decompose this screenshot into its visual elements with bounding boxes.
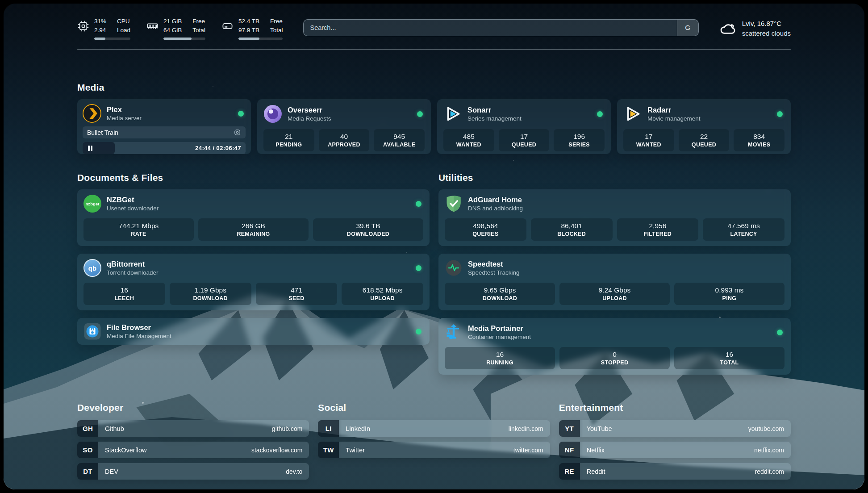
- stat-label: DOWNLOAD: [447, 295, 553, 301]
- radarr-card[interactable]: Radarr Movie management 17 WANTED 22 QUE…: [617, 99, 791, 154]
- plex-icon: [83, 104, 101, 123]
- memory-progress-track: [163, 38, 205, 40]
- link-name: DEV: [105, 468, 118, 475]
- stat-label: STOPPED: [561, 359, 668, 366]
- app-description: Movie management: [647, 115, 701, 123]
- stat-label: LEECH: [85, 295, 163, 301]
- link-name: LinkedIn: [346, 425, 370, 432]
- stat-value: 2,956: [619, 221, 697, 230]
- adguard-card[interactable]: AdGuard Home DNS and adblocking 498,564 …: [438, 189, 791, 246]
- cpu-load-value: 2.94: [94, 26, 106, 35]
- disk-icon: [221, 20, 234, 32]
- filebrowser-icon: [83, 322, 101, 340]
- app-description: DNS and adblocking: [468, 205, 523, 213]
- app-name: Plex: [107, 105, 142, 114]
- stat-label: SERIES: [555, 142, 603, 148]
- stat-value: 485: [445, 132, 492, 141]
- stat-download: 9.65 Gbps DOWNLOAD: [445, 283, 555, 305]
- stat-label: UPLOAD: [561, 295, 668, 301]
- stat-value: 16: [85, 286, 163, 295]
- pause-button[interactable]: [87, 145, 93, 152]
- link-reddit[interactable]: RE Reddit reddit.com: [559, 463, 791, 480]
- link-name: Github: [105, 425, 124, 432]
- netflix-icon: NF: [559, 442, 580, 458]
- section-media: Media Plex Media server: [77, 82, 791, 154]
- stat-value: 40: [321, 132, 368, 141]
- filebrowser-card[interactable]: File Browser Media File Management: [77, 318, 430, 345]
- link-twitter[interactable]: TW Twitter twitter.com: [318, 442, 550, 458]
- stat-latency: 47.569 ms LATENCY: [703, 218, 785, 241]
- weather-condition: scattered clouds: [742, 29, 791, 38]
- nzbget-card[interactable]: nzbget NZBGet Usenet downloader 744.21 M…: [77, 189, 430, 246]
- stat-value: 0: [561, 350, 668, 359]
- stat-approved: 40 APPROVED: [319, 129, 370, 151]
- disk-usage-widget: 52.4 TB 97.9 TB Free Total: [221, 17, 283, 40]
- link-url: reddit.com: [755, 468, 784, 475]
- memory-icon: [146, 20, 159, 32]
- section-title-social: Social: [318, 402, 550, 413]
- stat-value: 9.24 Gbps: [561, 286, 668, 295]
- link-url: dev.to: [286, 468, 302, 475]
- nzbget-icon: nzbget: [83, 195, 101, 213]
- stat-value: 945: [376, 132, 423, 141]
- link-github[interactable]: GH Github github.com: [77, 420, 309, 437]
- cpu-progress-fill: [94, 38, 105, 40]
- app-name: File Browser: [107, 323, 171, 332]
- stat-pending: 21 PENDING: [263, 129, 314, 151]
- stat-value: 86,401: [533, 221, 611, 230]
- stat-label: UPLOAD: [343, 295, 421, 301]
- disk-free-label: Free: [270, 17, 283, 26]
- plex-progress-bar: 24:44 / 02:06:47: [83, 142, 246, 154]
- link-dev[interactable]: DT DEV dev.to: [77, 463, 309, 480]
- stat-label: TOTAL: [676, 359, 783, 366]
- speedtest-icon: [445, 259, 463, 277]
- section-title-entertainment: Entertainment: [559, 402, 791, 413]
- plex-time-display: 24:44 / 02:06:47: [195, 145, 241, 151]
- disk-free-value: 52.4 TB: [238, 17, 259, 26]
- stat-value: 471: [258, 286, 336, 295]
- app-description: Media Requests: [288, 115, 331, 123]
- stat-upload: 618.52 Mbps UPLOAD: [342, 283, 423, 305]
- link-youtube[interactable]: YT YouTube youtube.com: [559, 420, 791, 437]
- qbittorrent-card[interactable]: qb qBittorrent Torrent downloader 16 LEE…: [77, 254, 430, 310]
- search-bar: G: [303, 19, 698, 36]
- stat-ping: 0.993 ms PING: [674, 283, 785, 305]
- stat-value: 744.21 Mbps: [85, 221, 192, 230]
- sonarr-card[interactable]: Sonarr Series management 485 WANTED 17 Q…: [437, 99, 611, 154]
- app-description: Media server: [107, 114, 142, 122]
- section-title-media: Media: [77, 82, 791, 93]
- stat-label: APPROVED: [321, 142, 368, 148]
- stat-downloaded: 39.6 TB DOWNLOADED: [313, 218, 423, 241]
- stat-label: WANTED: [625, 142, 672, 148]
- stat-label: REMAINING: [200, 231, 307, 237]
- section-title-utilities: Utilities: [438, 172, 791, 183]
- overseerr-icon: [263, 104, 282, 123]
- speedtest-card[interactable]: Speedtest Speedtest Tracking 9.65 Gbps D…: [438, 254, 791, 310]
- stat-label: PENDING: [265, 142, 313, 148]
- plex-card[interactable]: Plex Media server Bullet Train: [77, 99, 251, 154]
- status-dot: [416, 265, 421, 271]
- stat-value: 17: [501, 132, 548, 141]
- link-name: Twitter: [346, 447, 365, 454]
- stat-value: 22: [680, 132, 728, 141]
- stat-label: SEED: [258, 295, 336, 301]
- stat-value: 0.993 ms: [676, 286, 783, 295]
- stat-label: AVAILABLE: [376, 142, 423, 148]
- link-linkedin[interactable]: LI LinkedIn linkedin.com: [318, 420, 550, 437]
- stat-label: RATE: [85, 231, 192, 237]
- link-netflix[interactable]: NF Netflix netflix.com: [559, 442, 791, 458]
- stat-leech: 16 LEECH: [83, 283, 165, 305]
- stat-label: QUEUED: [501, 142, 548, 148]
- search-input[interactable]: [304, 20, 676, 36]
- link-stackoverflow[interactable]: SO StackOverflow stackoverflow.com: [77, 442, 309, 458]
- link-url: github.com: [272, 425, 302, 432]
- overseerr-card[interactable]: Overseerr Media Requests 21 PENDING 40 A…: [257, 99, 431, 154]
- stat-value: 9.65 Gbps: [447, 286, 553, 295]
- portainer-card[interactable]: Media Portainer Container management 16 …: [438, 318, 791, 375]
- stat-label: QUERIES: [447, 231, 525, 237]
- stat-label: QUEUED: [680, 142, 728, 148]
- portainer-icon: [445, 323, 463, 341]
- stat-label: LATENCY: [705, 231, 783, 237]
- search-engine-button[interactable]: G: [677, 20, 698, 36]
- stackoverflow-icon: SO: [77, 442, 98, 458]
